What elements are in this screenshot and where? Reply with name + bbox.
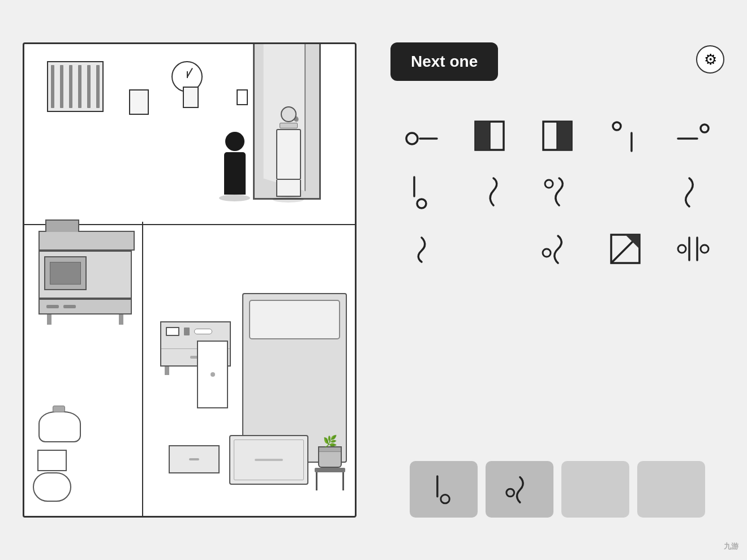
plant-stand: 🌿 <box>316 468 344 490</box>
symbol-square-half-right[interactable] <box>526 110 589 161</box>
svg-point-11 <box>701 124 709 132</box>
wall-outlet <box>237 89 248 105</box>
symbol-square-half-left[interactable] <box>458 110 521 161</box>
svg-point-8 <box>613 122 621 130</box>
desk-drawer <box>38 299 132 315</box>
svg-rect-4 <box>475 122 490 150</box>
character-white-coat <box>273 106 304 203</box>
suitcase <box>229 435 308 485</box>
wall-frame-2 <box>183 87 199 108</box>
answer-slot-4[interactable] <box>637 461 705 518</box>
svg-point-13 <box>417 199 426 208</box>
symbol-s-curve[interactable] <box>458 167 521 218</box>
toilet <box>33 450 71 502</box>
wall-cabinet-bottom <box>33 321 129 336</box>
wall-frame-1 <box>129 89 149 115</box>
symbol-dash-dot-top[interactable] <box>662 110 724 161</box>
answer-slot-3[interactable] <box>561 461 629 518</box>
symbol-dot-s-curve[interactable] <box>526 223 589 274</box>
svg-point-19 <box>678 245 686 253</box>
symbol-dot-vertical[interactable] <box>594 110 656 161</box>
room-illustration: 🌿 <box>23 42 357 518</box>
sink <box>38 411 81 442</box>
small-cabinet <box>197 341 228 408</box>
svg-point-15 <box>543 249 551 257</box>
symbol-grid <box>390 105 724 280</box>
symbol-circle-dash[interactable] <box>390 110 453 161</box>
right-panel: Next one ⚙ <box>390 42 724 518</box>
symbol-vertical-dot-bottom[interactable] <box>390 167 453 218</box>
watermark-text: 九游 <box>724 542 739 550</box>
desk-body <box>38 251 132 299</box>
svg-rect-7 <box>557 122 572 150</box>
gear-icon: ⚙ <box>704 51 717 68</box>
svg-point-25 <box>506 489 514 497</box>
answer-slot-1[interactable] <box>410 461 478 518</box>
svg-point-22 <box>701 245 709 253</box>
symbol-empty-1 <box>594 167 656 218</box>
room-top-section <box>24 44 355 225</box>
svg-point-24 <box>441 494 449 503</box>
watermark: 九游 <box>724 541 739 552</box>
character-dark <box>219 132 250 201</box>
symbol-empty-2 <box>458 223 521 274</box>
room-window <box>47 61 104 112</box>
answer-slots <box>390 461 724 518</box>
svg-point-0 <box>406 133 418 144</box>
symbol-dot-pipe-dot[interactable] <box>662 223 724 274</box>
small-drawer-bottom <box>169 445 220 473</box>
svg-point-14 <box>545 180 553 188</box>
symbol-square-diagonal[interactable] <box>594 223 656 274</box>
answer-slot-2[interactable] <box>486 461 553 518</box>
symbol-s-curve-dot[interactable] <box>526 167 589 218</box>
main-container: 🌿 Next one ⚙ <box>0 0 747 560</box>
symbol-s-curve-small[interactable] <box>390 223 453 274</box>
settings-button[interactable]: ⚙ <box>696 45 724 74</box>
next-one-button[interactable]: Next one <box>390 42 498 81</box>
shelf-upper <box>38 231 135 251</box>
symbol-s-curve-right[interactable] <box>662 167 724 218</box>
